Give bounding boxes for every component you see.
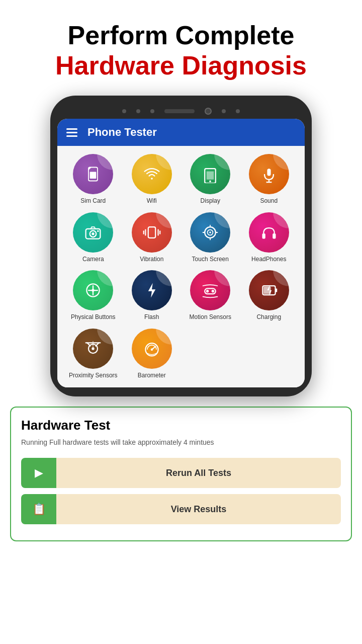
notch-dot-3 (150, 109, 154, 113)
icon-circle-wifi (132, 154, 172, 194)
view-results-button-label[interactable]: View Results (56, 494, 341, 524)
icon-label-display: Display (201, 197, 220, 205)
svg-point-22 (206, 290, 209, 292)
icon-label-wifi: Wifi (147, 197, 157, 205)
svg-point-11 (92, 232, 95, 235)
icon-label-flash: Flash (144, 313, 159, 321)
hardware-test-desc: Running Full hardware tests will take ap… (21, 437, 341, 448)
grid-item-touch-screen[interactable]: Touch Screen (183, 212, 238, 264)
icon-circle-physical-buttons (73, 270, 113, 310)
svg-point-20 (92, 289, 95, 291)
svg-rect-4 (207, 172, 214, 180)
svg-point-35 (151, 348, 153, 351)
grid-item-physical-buttons[interactable]: Physical Buttons (65, 270, 121, 321)
icon-circle-flash (132, 270, 172, 310)
phone-notch (57, 105, 305, 119)
icon-circle-camera (73, 212, 113, 253)
icon-circle-touch-screen (190, 212, 230, 253)
svg-rect-18 (273, 233, 276, 238)
svg-point-12 (97, 230, 99, 232)
notch-dot-4 (222, 109, 226, 113)
icon-circle-sim-card (73, 154, 113, 194)
hamburger-menu[interactable] (66, 128, 77, 137)
icon-circle-display (190, 154, 230, 194)
icon-circle-motion-sensors (190, 270, 230, 310)
notch-dot-5 (236, 109, 240, 113)
svg-point-2 (151, 178, 153, 180)
notch-dot-left (122, 109, 126, 113)
notch-camera (205, 108, 212, 115)
grid-item-camera[interactable]: Camera (65, 212, 121, 264)
icon-circle-proximity-sensors (73, 329, 113, 369)
phone-screen: Phone Tester Sim Card Wifi Display Sound… (57, 119, 305, 387)
phone-wrapper: Phone Tester Sim Card Wifi Display Sound… (0, 91, 362, 401)
svg-point-23 (212, 290, 214, 292)
svg-rect-1 (90, 172, 97, 179)
svg-rect-6 (267, 169, 270, 176)
rerun-button-row[interactable]: ▶ Rerun All Tests (21, 458, 341, 488)
icon-label-barometer: Barometer (138, 372, 166, 380)
icon-label-proximity-sensors: Proximity Sensors (69, 372, 118, 380)
rerun-icon: ▶ (21, 458, 56, 488)
svg-rect-17 (262, 233, 265, 238)
icon-label-camera: Camera (82, 256, 104, 264)
svg-point-31 (92, 347, 95, 350)
rerun-button-label[interactable]: Rerun All Tests (56, 458, 341, 488)
icon-circle-charging (249, 270, 289, 310)
app-title: Phone Tester (87, 126, 157, 139)
icon-circle-vibration (132, 212, 172, 253)
hamburger-line-2 (66, 132, 77, 133)
grid-item-charging[interactable]: Charging (241, 270, 297, 321)
grid-item-sim-card[interactable]: Sim Card (65, 154, 121, 205)
phone-frame: Phone Tester Sim Card Wifi Display Sound… (50, 96, 312, 396)
app-header: Phone Tester (57, 119, 305, 146)
view-results-button-row[interactable]: 📋 View Results (21, 494, 341, 524)
notch-speaker (164, 109, 195, 113)
hamburger-line-3 (66, 135, 77, 137)
svg-point-16 (209, 231, 211, 233)
icon-grid: Sim Card Wifi Display Sound Camera Vibra… (62, 154, 300, 379)
icon-circle-sound (249, 154, 289, 194)
icon-label-touch-screen: Touch Screen (192, 256, 229, 264)
icon-label-sound: Sound (260, 197, 278, 205)
icon-label-motion-sensors: Motion Sensors (190, 313, 231, 321)
view-results-icon: 📋 (21, 494, 56, 524)
icon-label-vibration: Vibration (140, 256, 163, 264)
icon-label-headphones: HeadPhones (251, 256, 286, 264)
grid-item-barometer[interactable]: Barometer (124, 329, 180, 380)
hero-line1: Perform Complete (10, 20, 352, 50)
grid-item-display[interactable]: Display (183, 154, 238, 205)
hero-section: Perform Complete Hardware Diagnosis (0, 0, 362, 91)
grid-item-sound[interactable]: Sound (241, 154, 297, 205)
svg-rect-25 (275, 289, 277, 292)
grid-item-proximity-sensors[interactable]: Proximity Sensors (65, 329, 121, 380)
svg-point-5 (209, 181, 211, 183)
hamburger-line-1 (66, 128, 77, 130)
icon-circle-headphones (249, 212, 289, 253)
hardware-test-section: Hardware Test Running Full hardware test… (10, 407, 352, 541)
svg-rect-13 (148, 227, 155, 238)
grid-item-flash[interactable]: Flash (124, 270, 180, 321)
icon-label-charging: Charging (256, 313, 281, 321)
hero-line2: Hardware Diagnosis (10, 50, 352, 80)
notch-dot-2 (136, 109, 140, 113)
icon-label-sim-card: Sim Card (80, 197, 106, 205)
icon-circle-barometer (132, 329, 172, 369)
hardware-test-title: Hardware Test (21, 418, 341, 433)
icon-label-physical-buttons: Physical Buttons (71, 313, 116, 321)
grid-item-motion-sensors[interactable]: Motion Sensors (183, 270, 238, 321)
grid-item-vibration[interactable]: Vibration (124, 212, 180, 264)
grid-item-wifi[interactable]: Wifi (124, 154, 180, 205)
grid-item-headphones[interactable]: HeadPhones (241, 212, 297, 264)
app-content: Sim Card Wifi Display Sound Camera Vibra… (57, 146, 305, 387)
